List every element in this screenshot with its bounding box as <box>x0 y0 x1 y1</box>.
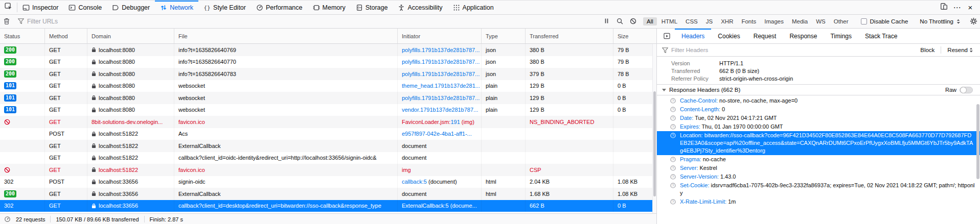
raw-toggle[interactable] <box>960 87 973 93</box>
tab-performance[interactable]: Performance <box>251 1 308 14</box>
initiator-link[interactable]: 191 <box>450 119 460 125</box>
column-header-size[interactable]: Size <box>613 29 656 43</box>
initiator-link[interactable]: polyfills.1791b137de281b787... <box>402 95 480 101</box>
response-header-row[interactable]: ?X-Rate-Limit-Limit: 1m <box>657 197 980 206</box>
header-info-icon[interactable]: ? <box>670 183 676 188</box>
response-header-row[interactable]: ?Cache-Control: no-store, no-cache, max-… <box>657 96 980 105</box>
initiator-link[interactable]: polyfills.1791b137de281b787... <box>402 71 480 77</box>
response-header-row[interactable]: ?Server-Version: 1.43.0 <box>657 172 980 181</box>
response-header-row[interactable]: ?Server: Kestrel <box>657 164 980 172</box>
column-header-file[interactable]: File <box>174 29 398 43</box>
type-filter-xhr[interactable]: XHR <box>717 17 737 26</box>
response-header-row[interactable]: ?Expires: Thu, 01 Jan 1970 00:00:00 GMT <box>657 122 980 131</box>
search-requests-button[interactable] <box>613 16 626 27</box>
tab-application[interactable]: Application <box>448 1 499 14</box>
request-row[interactable]: 101GETlocalhost:8080websocketpolyfills.1… <box>0 92 656 104</box>
request-row[interactable]: 302GETlocalhost:33656callback?client_id=… <box>0 200 656 212</box>
pause-traffic-button[interactable] <box>600 16 613 27</box>
tab-storage[interactable]: Storage <box>351 1 393 14</box>
request-row[interactable]: 200GETlocalhost:8080info?t=1635826640769… <box>0 44 656 56</box>
request-row[interactable]: GETlocalhost:51822ExternalCallbackdocume… <box>0 140 656 152</box>
network-action-icon[interactable] <box>657 29 675 43</box>
responsive-design-mode-button[interactable] <box>937 2 950 14</box>
response-header-row[interactable]: ?Content-Length: 0 <box>657 105 980 114</box>
initiator-link[interactable]: vendor.1791b137de281b787... <box>402 107 478 113</box>
block-url-button[interactable]: Block <box>917 47 938 53</box>
scrollbar-thumb[interactable] <box>976 104 979 179</box>
column-header-method[interactable]: Method <box>45 29 87 43</box>
initiator-link[interactable]: polyfills.1791b137de281b787... <box>402 59 480 65</box>
column-header-type[interactable]: Type <box>482 29 526 43</box>
request-row[interactable]: 200GETlocalhost:8080info?t=1635826640770… <box>0 56 656 68</box>
element-picker-button[interactable] <box>0 1 17 14</box>
tab-console[interactable]: Console <box>63 1 107 14</box>
close-devtools-button[interactable]: × <box>964 2 977 14</box>
tab-memory[interactable]: Memory <box>308 1 351 14</box>
column-header-domain[interactable]: Domain <box>87 29 174 43</box>
header-info-icon[interactable]: ? <box>670 157 676 162</box>
details-tab-stack-trace[interactable]: Stack Trace <box>858 29 904 43</box>
header-info-icon[interactable]: ? <box>670 115 676 121</box>
clear-requests-button[interactable] <box>0 16 13 27</box>
details-tab-timings[interactable]: Timings <box>824 29 858 43</box>
block-requests-button[interactable] <box>626 16 640 27</box>
request-row[interactable]: GETlocalhost:51822favicon.icoimgCSP <box>0 164 656 176</box>
scrollbar-thumb[interactable] <box>653 91 656 196</box>
details-scrollbar[interactable] <box>976 57 980 224</box>
response-headers-section[interactable]: Response Headers (662 B) Raw <box>657 84 980 95</box>
initiator-link[interactable]: theme_head.1791b137de281... <box>402 83 480 89</box>
tab-debugger[interactable]: Debugger <box>107 1 155 14</box>
response-header-row[interactable]: ?Location: bitwarden://sso-callback?code… <box>657 131 980 155</box>
type-filter-js[interactable]: JS <box>702 17 716 26</box>
resend-button[interactable]: Resend <box>944 47 976 53</box>
tab-accessibility[interactable]: Accessibility <box>393 1 447 14</box>
request-row[interactable]: GETlocalhost:51822callback?client_id=oid… <box>0 152 656 164</box>
headers-filter-input[interactable] <box>671 47 914 53</box>
type-filter-all[interactable]: All <box>643 17 657 26</box>
response-header-row[interactable]: ?Set-Cookie: idsrv=adf6cba1-7075-402b-9e… <box>657 181 980 197</box>
url-filter-input[interactable] <box>27 18 467 25</box>
type-filter-css[interactable]: CSS <box>682 17 701 26</box>
header-info-icon[interactable]: ? <box>670 133 676 138</box>
details-tab-headers[interactable]: Headers <box>675 29 711 43</box>
column-header-transferred[interactable]: Transferred <box>526 29 613 43</box>
header-info-icon[interactable]: ? <box>670 107 676 112</box>
type-filter-fonts[interactable]: Fonts <box>738 17 760 26</box>
tab-styleeditor[interactable]: {}Style Editor <box>198 1 251 14</box>
type-filter-other[interactable]: Other <box>830 17 852 26</box>
header-info-icon[interactable]: ? <box>670 174 676 180</box>
devtools-menu-button[interactable]: ⋯ <box>950 2 964 14</box>
details-tab-cookies[interactable]: Cookies <box>711 29 746 43</box>
header-info-icon[interactable]: ? <box>670 165 676 171</box>
request-row[interactable]: 101GETlocalhost:8080websockettheme_head.… <box>0 80 656 92</box>
request-row[interactable]: GET8bit-solutions-dev.onelogin...favicon… <box>0 116 656 128</box>
response-header-row[interactable]: ?Pragma: no-cache <box>657 155 980 164</box>
type-filter-media[interactable]: Media <box>788 17 811 26</box>
header-info-icon[interactable]: ? <box>670 199 676 205</box>
request-row[interactable]: 101GETlocalhost:8080websocketvendor.1791… <box>0 104 656 116</box>
type-filter-images[interactable]: Images <box>761 17 787 26</box>
requests-summary-icon[interactable] <box>4 216 11 222</box>
type-filter-ws[interactable]: WS <box>812 17 829 26</box>
initiator-link[interactable]: polyfills.1791b137de281b787... <box>402 47 480 53</box>
request-row[interactable]: 302POSTlocalhost:33656signin-oidccallbac… <box>0 176 656 188</box>
request-row[interactable]: 200GETlocalhost:8080info?t=1635826640783… <box>0 68 656 80</box>
response-header-row[interactable]: ?Date: Tue, 02 Nov 2021 04:17:21 GMT <box>657 114 980 122</box>
disable-cache-control[interactable]: Disable Cache <box>856 18 914 24</box>
request-row[interactable]: POSTlocalhost:51822Acse957f897-042e-4ba1… <box>0 128 656 140</box>
throttling-dropdown[interactable]: No Throttling <box>914 18 966 24</box>
type-filter-html[interactable]: HTML <box>658 17 681 26</box>
tab-network[interactable]: Network <box>155 1 198 14</box>
request-row[interactable]: 200GETlocalhost:33656ExternalCallbackdoc… <box>0 188 656 200</box>
details-tab-request[interactable]: Request <box>747 29 783 43</box>
details-tab-response[interactable]: Response <box>783 29 824 43</box>
disable-cache-checkbox[interactable] <box>861 18 867 24</box>
header-info-icon[interactable]: ? <box>670 98 676 104</box>
tab-inspector[interactable]: Inspector <box>17 1 63 14</box>
column-header-initiator[interactable]: Initiator <box>398 29 482 43</box>
request-list-scrollbar[interactable] <box>652 44 656 213</box>
har-settings-button[interactable] <box>967 16 980 27</box>
initiator-link[interactable]: e957f897-042e-4ba1-aff1-... <box>402 131 472 137</box>
header-info-icon[interactable]: ? <box>670 124 676 130</box>
column-header-status[interactable]: Status <box>0 29 45 43</box>
